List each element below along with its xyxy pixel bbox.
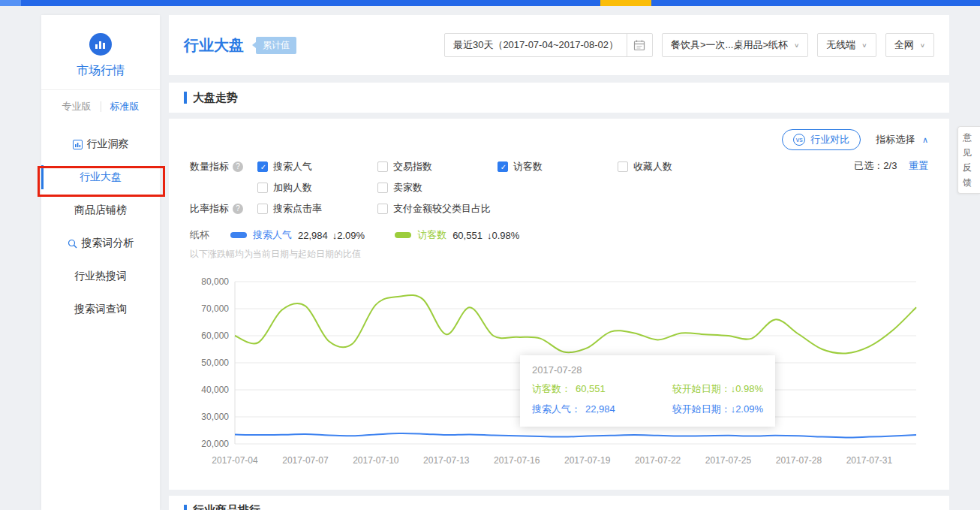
checkbox-payment-ratio[interactable]: 支付金额较父类目占比 (377, 201, 491, 216)
feedback-tab[interactable]: 意见反馈 (957, 126, 980, 194)
menu-label: 行业热搜词 (74, 270, 127, 283)
tab-pro-version[interactable]: 专业版 (62, 100, 92, 113)
sidebar-item-industry-hot-words[interactable]: 行业热搜词 (41, 260, 160, 293)
indicator-panel: 数量指标 ? 搜索人气 交易指数 (190, 159, 928, 222)
ratio-indicator-label-group: 比率指标 ? (190, 201, 257, 216)
vs-icon: vs (793, 134, 805, 146)
legend-series-name: 搜索人气 (253, 228, 292, 242)
date-range-value: 最近30天（2017-07-04~2017-08-02） (445, 38, 627, 52)
menu-label: 搜索词分析 (82, 237, 134, 250)
search-analysis-icon (68, 239, 77, 249)
checkbox-visitor-count[interactable]: 访客数 (498, 159, 618, 174)
svg-text:50,000: 50,000 (201, 358, 229, 368)
chevron-down-icon: ∨ (794, 42, 799, 49)
checkbox-add-cart-count[interactable]: 加购人数 (257, 180, 377, 195)
checkbox-label: 搜索点击率 (273, 202, 322, 216)
checkbox-label: 支付金额较父类目占比 (393, 202, 491, 216)
legend-swatch (230, 232, 247, 238)
sidebar: 市场行情 专业版 标准版 行业洞察 行业大盘 商品店铺榜 (41, 15, 160, 510)
tab-standard-version[interactable]: 标准版 (110, 100, 140, 113)
legend-category: 纸杯 (190, 228, 209, 242)
calendar-icon[interactable] (627, 34, 652, 56)
sidebar-item-industry-insight[interactable]: 行业洞察 (41, 128, 160, 161)
quantity-indicator-label: 数量指标 (190, 160, 229, 174)
scope-dropdown[interactable]: 全网 ∨ (885, 33, 934, 57)
section-title: 大盘走势 (193, 91, 238, 105)
page-header: 行业大盘 累计值 最近30天（2017-07-04~2017-08-02） 餐饮… (169, 15, 949, 75)
svg-text:2017-07-25: 2017-07-25 (705, 455, 752, 466)
chevron-up-icon: ∧ (922, 135, 928, 144)
indicator-select-toggle[interactable]: 指标选择 ∧ (876, 133, 928, 146)
filter-bar: 最近30天（2017-07-04~2017-08-02） 餐饮具>一次...桌用… (444, 33, 934, 57)
checkbox-icon[interactable] (377, 183, 388, 193)
checkbox-favorite-count[interactable]: 收藏人数 (618, 159, 738, 174)
sidebar-item-search-term-query[interactable]: 搜索词查询 (41, 293, 160, 326)
tab-divider (101, 101, 101, 112)
checkbox-icon[interactable] (377, 161, 388, 172)
reset-button[interactable]: 重置 (909, 160, 928, 171)
help-icon[interactable]: ? (233, 204, 243, 214)
ratio-options: 搜索点击率 支付金额较父类目占比 (257, 201, 768, 222)
checkbox-icon[interactable] (257, 161, 268, 172)
menu-label: 行业大盘 (80, 171, 122, 184)
sidebar-item-industry-dashboard[interactable]: 行业大盘 (41, 161, 160, 194)
checkbox-icon[interactable] (377, 204, 388, 214)
checkbox-icon[interactable] (498, 161, 508, 172)
app-title: 市场行情 (41, 63, 160, 79)
trend-controls: vs 行业对比 指标选择 ∧ (190, 129, 928, 150)
checkbox-icon[interactable] (618, 161, 628, 172)
top-nav-bar (0, 0, 980, 6)
date-range-picker[interactable]: 最近30天（2017-07-04~2017-08-02） (444, 33, 653, 57)
quantity-indicator-row: 数量指标 ? 搜索人气 交易指数 (190, 159, 928, 201)
checkbox-icon[interactable] (257, 183, 268, 193)
menu-label: 行业洞察 (87, 137, 129, 151)
checkbox-search-popularity[interactable]: 搜索人气 (257, 159, 377, 174)
tooltip-row-left: 访客数：60,551 (532, 382, 606, 396)
help-icon[interactable]: ? (233, 161, 243, 172)
section-accent-bar (184, 92, 187, 104)
terminal-dropdown[interactable]: 无线端 ∨ (817, 33, 876, 57)
checkbox-seller-count[interactable]: 卖家数 (377, 180, 498, 195)
legend-item-visitor-count[interactable]: 访客数 60,551 ↓0.98% (395, 228, 519, 242)
industry-compare-button[interactable]: vs 行业对比 (782, 129, 861, 150)
selection-summary: 已选：2/3 重置 (854, 159, 928, 173)
market-chart-logo-icon (89, 33, 112, 56)
checkbox-label: 收藏人数 (633, 160, 672, 174)
legend-series-value: 60,551 (452, 230, 482, 241)
checkbox-label: 搜索人气 (273, 160, 312, 174)
chart-note: 以下涨跌幅均为当前日期与起始日期的比值 (190, 248, 928, 261)
svg-text:40,000: 40,000 (201, 385, 229, 395)
sidebar-item-search-term-analysis[interactable]: 搜索词分析 (41, 227, 160, 260)
legend-series-value: 22,984 (298, 230, 328, 241)
svg-text:20,000: 20,000 (201, 439, 229, 449)
checkbox-icon[interactable] (257, 204, 268, 214)
page-title: 行业大盘 (184, 35, 244, 56)
legend-series-name: 访客数 (417, 228, 446, 242)
sidebar-item-product-shop-rank[interactable]: 商品店铺榜 (41, 194, 160, 227)
chart-legend: 纸杯 搜索人气 22,984 ↓2.09% 访客数 60,551 ↓0.98% (190, 227, 928, 243)
svg-text:80,000: 80,000 (201, 276, 229, 287)
sidebar-menu: 行业洞察 行业大盘 商品店铺榜 搜索词分析 行业热搜词 搜索词查询 (41, 123, 160, 326)
ratio-indicator-row: 比率指标 ? 搜索点击率 支付金额较父类目占比 (190, 201, 928, 222)
tooltip-row-visitor: 访客数：60,551 较开始日期：↓0.98% (532, 382, 763, 396)
svg-text:2017-07-07: 2017-07-07 (282, 455, 329, 466)
trend-chart[interactable]: 20,00030,00040,00050,00060,00070,00080,0… (190, 271, 928, 481)
ratio-indicator-label: 比率指标 (190, 202, 229, 216)
trend-card: vs 行业对比 指标选择 ∧ 数量指标 ? (169, 119, 949, 490)
section-title: 行业商品排行 (193, 503, 260, 510)
scope-dropdown-value: 全网 (894, 38, 914, 52)
checkbox-search-ctr[interactable]: 搜索点击率 (257, 201, 377, 216)
tooltip-date: 2017-07-28 (532, 364, 763, 376)
cumulative-value-badge: 累计值 (256, 37, 296, 54)
category-dropdown[interactable]: 餐饮具>一次...桌用品>纸杯 ∨ (662, 33, 808, 57)
quantity-indicator-label-group: 数量指标 ? (190, 159, 257, 174)
menu-label: 搜索词查询 (74, 303, 127, 316)
checkbox-transaction-index[interactable]: 交易指数 (377, 159, 498, 174)
section-accent-bar (184, 505, 187, 510)
svg-text:2017-07-10: 2017-07-10 (353, 455, 399, 466)
svg-text:30,000: 30,000 (201, 412, 229, 422)
trend-section-header: 大盘走势 (169, 83, 949, 113)
tooltip-row-search: 搜索人气：22,984 较开始日期：↓2.09% (532, 403, 763, 416)
legend-item-search-popularity[interactable]: 搜索人气 22,984 ↓2.09% (230, 228, 365, 242)
checkbox-label: 卖家数 (393, 181, 422, 195)
